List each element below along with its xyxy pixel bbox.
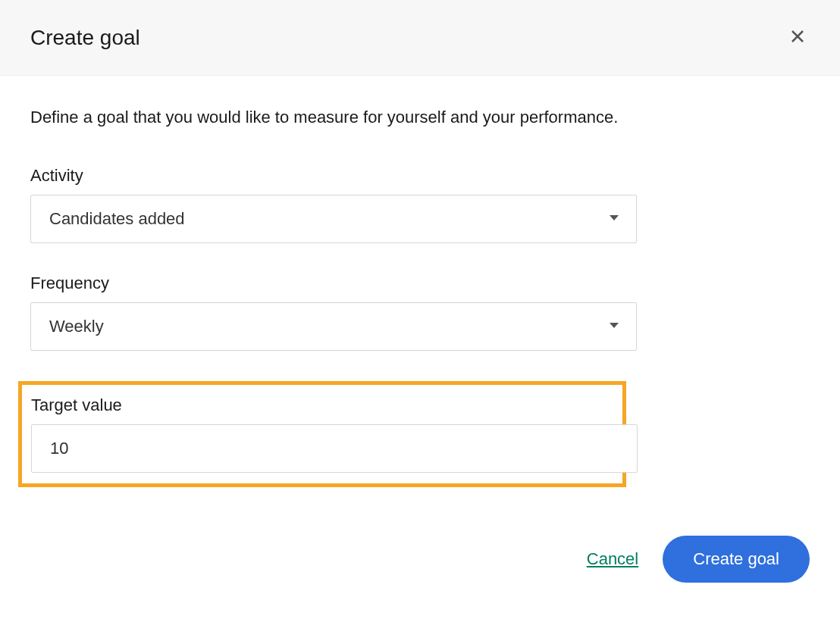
dialog-body: Define a goal that you would like to mea… (0, 76, 840, 487)
cancel-button[interactable]: Cancel (587, 549, 638, 569)
target-value-label: Target value (31, 395, 613, 415)
activity-label: Activity (30, 166, 810, 186)
frequency-select[interactable]: Weekly (30, 302, 637, 351)
close-icon (788, 27, 807, 48)
dialog-description: Define a goal that you would like to mea… (30, 106, 810, 130)
dialog-footer: Cancel Create goal (0, 517, 840, 613)
create-goal-button[interactable]: Create goal (663, 536, 810, 583)
dialog-title: Create goal (30, 26, 140, 50)
target-value-input[interactable] (31, 424, 638, 473)
frequency-label: Frequency (30, 274, 810, 293)
target-value-group: Target value (18, 381, 626, 487)
dialog-header: Create goal (0, 0, 840, 76)
close-button[interactable] (785, 24, 810, 51)
frequency-group: Frequency Weekly (30, 274, 810, 351)
activity-select-wrapper: Candidates added (30, 195, 637, 243)
activity-select[interactable]: Candidates added (30, 195, 637, 243)
activity-group: Activity Candidates added (30, 166, 810, 243)
frequency-select-wrapper: Weekly (30, 302, 637, 351)
